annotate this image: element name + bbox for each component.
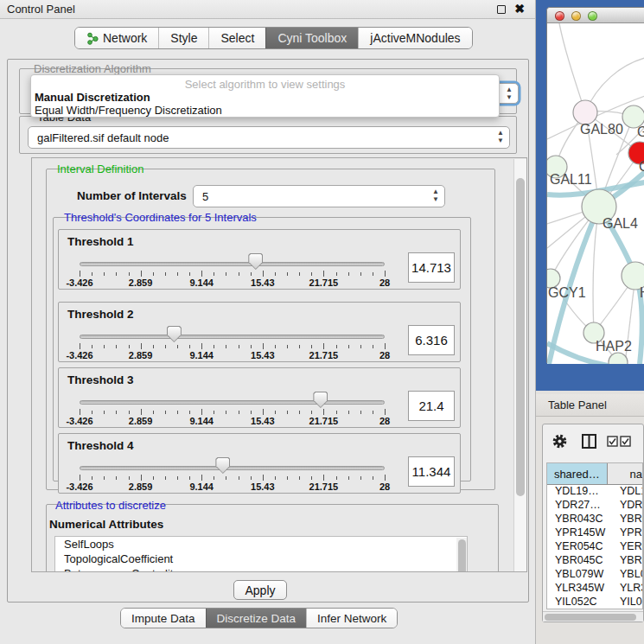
threshold-slider-track[interactable] [80, 466, 385, 470]
cell-shared-name: YBL079W [547, 568, 615, 582]
threshold-slider-thumb[interactable] [248, 253, 263, 270]
application-window: Control Panel ✖ NetworkStyleSelectCyni T… [0, 0, 644, 644]
threshold-1-group: Threshold 1-3.4262.8599.14415.4321.71528… [58, 229, 461, 290]
gear-icon[interactable] [552, 433, 568, 450]
close-icon[interactable]: ✖ [514, 2, 525, 16]
tab-jactivemnodules[interactable]: jActiveMNodules [358, 28, 471, 48]
slider-tick-label: 15.43 [251, 416, 275, 426]
slider-tick-label: 9.144 [189, 416, 214, 426]
column-header-name[interactable]: na [608, 463, 642, 484]
threshold-value-field[interactable]: 11.344 [408, 456, 455, 487]
slider-tick-label: -3.426 [66, 481, 92, 492]
table-row[interactable]: YIL052CYIL0 [547, 596, 642, 609]
table-row[interactable]: YDL19…YDL1 [547, 485, 642, 499]
cell-name: YPR1 [615, 526, 642, 540]
tab-discretize-data[interactable]: Discretize Data [206, 609, 307, 628]
network-node-label: H [640, 285, 644, 300]
interval-definition-title: Interval Definition [54, 163, 146, 175]
tab-impute-data[interactable]: Impute Data [121, 609, 206, 628]
threshold-slider-track[interactable] [80, 400, 385, 405]
settings-scrollbar[interactable] [513, 159, 526, 571]
split-columns-icon[interactable] [581, 433, 597, 450]
threshold-value-field[interactable]: 21.4 [408, 391, 455, 421]
numerical-attributes-label: Numerical Attributes [49, 518, 163, 531]
close-traffic-light-icon[interactable] [555, 11, 564, 21]
cell-shared-name: YBR045C [547, 554, 615, 568]
tab-label: Style [170, 31, 197, 45]
table-horizontal-scrollbar[interactable] [543, 611, 643, 622]
float-window-icon[interactable] [497, 5, 506, 14]
threshold-value-field[interactable]: 6.316 [408, 325, 455, 355]
bottom-tab-bar: Impute DataDiscretize DataInfer Network [120, 608, 398, 628]
network-node[interactable] [573, 100, 597, 124]
numerical-attributes-list: SelfLoopsTopologicalCoefficientBetweenne… [54, 536, 468, 572]
slider-tick-label: 28 [379, 350, 390, 360]
network-node-label: GAL4 [603, 216, 638, 231]
table-data-combobox[interactable]: galFiltered.sif default node ▲▼ [28, 126, 510, 149]
tab-style[interactable]: Style [158, 28, 208, 48]
attributes-scrollbar[interactable] [456, 538, 468, 572]
network-canvas[interactable]: GAL80GACGAL11GAL4HGCY1HAP2 [547, 23, 644, 364]
tab-label: Discretize Data [217, 612, 296, 625]
threshold-title: Threshold 2 [67, 308, 134, 321]
combo-stepper-icon: ▲▼ [432, 188, 439, 203]
tab-label: Network [103, 31, 147, 45]
zoom-traffic-light-icon[interactable] [588, 11, 597, 21]
tab-label: Infer Network [317, 612, 386, 625]
slider-tick-label: 15.43 [251, 277, 275, 288]
cell-name: YBR0 [615, 513, 642, 526]
control-panel-titlebar: Control Panel ✖ [0, 0, 535, 19]
number-of-intervals-combobox[interactable]: 5 ▲▼ [193, 185, 445, 207]
slider-tick-label: 2.859 [129, 416, 153, 426]
cell-name: YDL1 [615, 485, 642, 499]
slider-tick-label: 28 [379, 416, 390, 426]
table-scrollbar-thumb[interactable] [545, 614, 636, 621]
slider-ticks [80, 343, 385, 350]
dropdown-option-manual-discretization[interactable]: Manual Discretization [35, 91, 150, 104]
algorithm-group-title: Discretization Algorithm [31, 62, 154, 75]
attribute-list-item[interactable]: BetweennessCentrality [55, 566, 467, 572]
cell-shared-name: YBR043C [547, 513, 615, 526]
checkbox-checked-icon[interactable] [620, 436, 631, 447]
table-row[interactable]: YBR043CYBR0 [547, 513, 642, 526]
slider-tick-label: 9.144 [189, 481, 214, 492]
threshold-slider-thumb[interactable] [167, 326, 182, 342]
cell-name: YDR2 [615, 499, 642, 513]
network-window-titlebar[interactable] [547, 8, 644, 23]
tab-infer-network[interactable]: Infer Network [306, 609, 397, 628]
threshold-value-field[interactable]: 14.713 [408, 252, 455, 283]
combo-stepper-icon: ▲▼ [497, 129, 504, 144]
table-row[interactable]: YBL079WYBL0 [547, 568, 642, 582]
tab-select[interactable]: Select [208, 28, 265, 48]
threshold-slider-thumb[interactable] [215, 457, 230, 474]
settings-scrollbar-thumb[interactable] [516, 178, 525, 496]
attributes-scrollbar-thumb[interactable] [458, 539, 466, 572]
threshold-3-group: Threshold 3-3.4262.8599.14415.4321.71528… [58, 367, 461, 428]
slider-tick-label: -3.426 [66, 277, 92, 288]
threshold-title: Threshold 4 [67, 439, 134, 452]
network-node-label: GAL80 [580, 122, 623, 137]
table-row[interactable]: YPR145WYPR1 [547, 526, 642, 540]
cell-shared-name: YPR145W [547, 526, 615, 540]
apply-button[interactable]: Apply [233, 580, 287, 600]
slider-tick-label: 15.43 [251, 481, 275, 492]
attribute-list-item[interactable]: SelfLoops [55, 537, 467, 552]
threshold-slider-track[interactable] [80, 262, 385, 266]
slider-tick-label: 9.144 [189, 277, 214, 288]
column-header-shared-name[interactable]: shared… [547, 463, 608, 484]
dropdown-option-equal-width[interactable]: Equal Width/Frequency Discretization [35, 104, 222, 117]
table-row[interactable]: YDR27…YDR2 [547, 499, 642, 513]
tab-cyni-toolbox[interactable]: Cyni Toolbox [265, 28, 358, 48]
table-row[interactable]: YLR345WYLR3 [547, 582, 642, 596]
checkbox-checked-icon[interactable] [607, 436, 618, 447]
threshold-slider-thumb[interactable] [313, 392, 328, 408]
tab-label: Cyni Toolbox [277, 31, 347, 45]
threshold-slider-track[interactable] [80, 335, 385, 339]
threshold-title: Threshold 3 [67, 373, 134, 386]
number-of-intervals-value: 5 [202, 190, 208, 203]
minimize-traffic-light-icon[interactable] [571, 11, 581, 21]
tab-network[interactable]: Network [75, 28, 158, 48]
table-row[interactable]: YBR045CYBR0 [547, 554, 642, 568]
attribute-list-item[interactable]: TopologicalCoefficient [55, 552, 467, 566]
table-row[interactable]: YER054CYER0 [547, 540, 642, 554]
